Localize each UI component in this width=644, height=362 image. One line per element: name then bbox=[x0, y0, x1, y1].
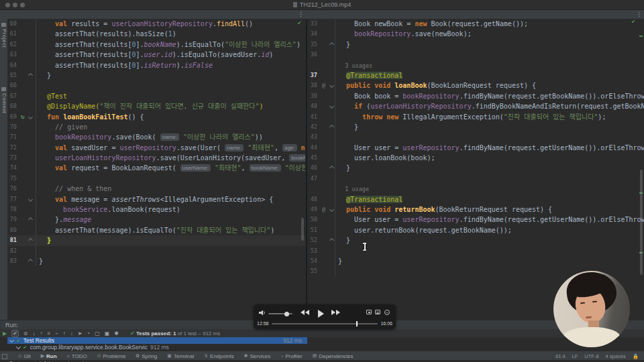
sort-alphabetically-icon[interactable]: ↓ bbox=[33, 330, 36, 337]
statusbar-item-git[interactable]: ◇Git bbox=[18, 353, 31, 359]
code-line: 82 bbox=[7, 246, 305, 256]
volume-slider[interactable] bbox=[268, 313, 292, 314]
seek-bar[interactable] bbox=[272, 323, 378, 324]
statusbar-info[interactable]: 4 spaces bbox=[606, 353, 626, 359]
volume-icon[interactable] bbox=[259, 310, 266, 316]
next-failed-icon[interactable]: ↓ bbox=[70, 330, 73, 337]
annotation-gutter-icon[interactable]: @ bbox=[319, 80, 328, 90]
project-folder-icon bbox=[1, 23, 6, 27]
fold-marker bbox=[328, 225, 335, 235]
keyboard-icon[interactable] bbox=[375, 310, 380, 314]
test-tree-row[interactable]: ✔Test Results912 ms bbox=[7, 337, 307, 344]
code-text: if (userLoanHistoryRepository.findByBook… bbox=[335, 101, 644, 111]
fold-marker[interactable] bbox=[328, 122, 335, 132]
scrollbar-thumb[interactable] bbox=[640, 170, 643, 275]
fold-marker[interactable] bbox=[27, 112, 36, 122]
volume-knob[interactable] bbox=[284, 312, 289, 316]
fold-marker[interactable] bbox=[27, 70, 36, 80]
forward-button[interactable] bbox=[331, 310, 340, 315]
statusbar-item-todo[interactable]: ≡TODO bbox=[67, 353, 87, 359]
rerun-tests-icon[interactable]: ▶ bbox=[3, 330, 7, 337]
line-number bbox=[307, 60, 319, 70]
playhead[interactable] bbox=[356, 321, 358, 326]
minus-circle-icon[interactable]: – bbox=[384, 310, 390, 315]
code-text bbox=[36, 80, 305, 90]
fold-marker[interactable] bbox=[328, 80, 335, 90]
statusbar-info[interactable]: LF bbox=[572, 353, 578, 359]
code-line: 69↻ fun loanBookFailTest() { bbox=[7, 112, 305, 122]
code-line: 68 @DisplayName("책이 진작 대출되어 있다면, 신규 대출이 … bbox=[7, 101, 305, 111]
rerun-failed-icon[interactable]: ➤ bbox=[78, 330, 83, 337]
line-number: 78 bbox=[7, 204, 19, 215]
rewind-button[interactable] bbox=[301, 310, 309, 315]
todo-icon: ≡ bbox=[67, 354, 70, 359]
fold-marker[interactable] bbox=[328, 204, 335, 215]
sidebar-item-commit[interactable]: Commit bbox=[0, 93, 7, 114]
sort-by-duration-icon[interactable]: ↑ bbox=[40, 330, 43, 337]
gutter-spacer bbox=[319, 101, 328, 111]
test-history-icon[interactable]: ◔ bbox=[87, 330, 90, 337]
show-passed-icon[interactable]: ✔ bbox=[11, 330, 19, 337]
line-number: 55 bbox=[307, 266, 319, 276]
fold-marker[interactable] bbox=[27, 256, 36, 266]
statusbar-info[interactable]: 🔒 bbox=[633, 353, 639, 359]
code-text bbox=[335, 132, 644, 142]
code-line: 45 user.loanBook(book); bbox=[307, 153, 644, 163]
statusbar-item-endpoints[interactable]: ↯Endpoints bbox=[204, 353, 233, 359]
gutter-spacer bbox=[19, 256, 27, 266]
export-results-icon[interactable]: ▣ bbox=[105, 330, 110, 337]
statusbar-item-terminal[interactable]: ▣Terminal bbox=[167, 353, 194, 359]
tool-window-toggle-icon[interactable] bbox=[2, 354, 7, 359]
fold-marker[interactable] bbox=[328, 163, 335, 173]
more-options-icon[interactable]: ⋮ bbox=[298, 11, 304, 17]
statusbar-item-dependencies[interactable]: ▤Dependencies bbox=[313, 353, 354, 359]
gutter-spacer bbox=[19, 225, 27, 235]
line-number: 46 bbox=[307, 163, 319, 173]
show-ignored-icon[interactable]: ⊘ bbox=[23, 330, 28, 337]
more-options-icon[interactable]: ⋮ bbox=[636, 11, 642, 17]
sidebar-item-project[interactable]: Project bbox=[0, 29, 7, 48]
rerun-test-gutter-icon[interactable]: ↻ bbox=[19, 112, 27, 122]
statusbar-info[interactable]: UTF-8 bbox=[584, 353, 598, 359]
gutter-spacer bbox=[19, 246, 27, 256]
statusbar-item-profiler[interactable]: ◔Profiler bbox=[280, 353, 303, 359]
statusbar-item-run[interactable]: ▶Run bbox=[41, 353, 57, 359]
test-results-tree: ✔Test Results912 ms✔com.group.libraryapp… bbox=[0, 337, 644, 351]
gutter-spacer bbox=[19, 174, 27, 184]
annotation-gutter-icon[interactable]: @ bbox=[319, 204, 328, 215]
spring-icon: ✿ bbox=[136, 353, 140, 359]
pip-icon[interactable] bbox=[366, 310, 372, 314]
code-text: // given bbox=[36, 122, 305, 132]
fold-marker bbox=[27, 29, 36, 39]
fold-marker[interactable] bbox=[27, 235, 36, 245]
statusbar-item-spring[interactable]: ✿Spring bbox=[136, 353, 157, 359]
gutter-spacer bbox=[319, 246, 328, 256]
collapse-all-icon[interactable]: ÷ bbox=[55, 330, 58, 337]
previous-failed-icon[interactable]: ↑ bbox=[63, 330, 66, 337]
import-results-icon[interactable]: ▢ bbox=[95, 330, 100, 337]
fold-marker[interactable] bbox=[27, 194, 36, 204]
fold-marker bbox=[328, 215, 335, 225]
code-line: 83} bbox=[7, 256, 305, 266]
editor-bookservicetest-kt[interactable]: 60 val results = userLoanHistoryReposito… bbox=[7, 19, 305, 320]
fold-marker[interactable] bbox=[328, 101, 335, 111]
statusbar-item-services[interactable]: ✱Services bbox=[244, 353, 271, 359]
settings-gear-icon[interactable]: ✱ bbox=[114, 330, 119, 337]
expand-all-icon[interactable]: ≡ bbox=[48, 330, 51, 337]
gutter-spacer bbox=[19, 60, 27, 70]
code-line: 81 } bbox=[7, 235, 305, 245]
test-tree-row[interactable]: ✔com.group.libraryapp.service.book.BookS… bbox=[7, 344, 169, 351]
scrollbar-thumb[interactable] bbox=[301, 218, 304, 241]
play-button[interactable] bbox=[318, 308, 324, 320]
fold-marker bbox=[328, 132, 335, 142]
statusbar-info[interactable]: 81:4 bbox=[555, 353, 566, 359]
fold-marker[interactable] bbox=[328, 235, 335, 245]
gutter-spacer bbox=[19, 143, 27, 153]
code-line: 76 // when & then bbox=[7, 184, 305, 194]
gutter-spacer bbox=[19, 29, 27, 39]
fold-marker[interactable] bbox=[27, 215, 36, 225]
code-text: user.loanBook(book); bbox=[335, 153, 644, 163]
commit-icon bbox=[1, 87, 6, 91]
statusbar-item-problems[interactable]: ⊙Problems bbox=[97, 353, 126, 359]
fold-marker[interactable] bbox=[328, 40, 335, 50]
